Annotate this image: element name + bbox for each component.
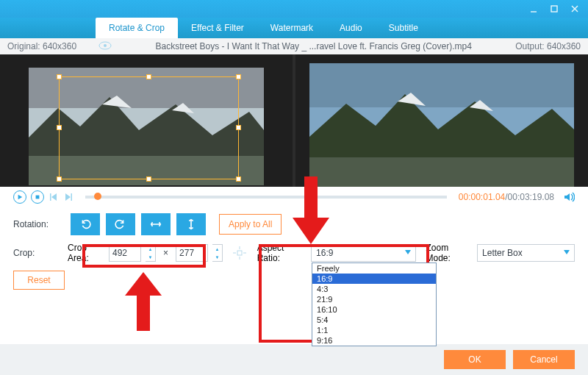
tab-effect-filter[interactable]: Effect & Filter xyxy=(178,18,257,38)
rotate-left-button[interactable] xyxy=(71,213,100,235)
chevron-down-icon xyxy=(405,250,411,254)
svg-rect-17 xyxy=(309,157,574,187)
original-size-label: Original: 640x360 xyxy=(7,41,76,51)
reset-button[interactable]: Reset xyxy=(13,271,65,290)
info-bar: Original: 640x360 Backstreet Boys - I Wa… xyxy=(0,38,588,54)
crop-handle-tm[interactable] xyxy=(146,74,151,79)
svg-rect-25 xyxy=(237,251,242,255)
title-bar xyxy=(0,0,588,18)
output-preview xyxy=(295,54,588,187)
crop-handle-br[interactable] xyxy=(236,176,241,182)
chevron-up-icon[interactable]: ▲ xyxy=(146,245,155,253)
svg-rect-1 xyxy=(551,6,557,12)
chevron-down-icon[interactable]: ▼ xyxy=(212,253,222,261)
prev-frame-button[interactable] xyxy=(49,192,59,202)
ok-button[interactable]: OK xyxy=(444,350,506,369)
aspect-option-5-4[interactable]: 5:4 xyxy=(312,315,436,325)
crop-rectangle[interactable] xyxy=(59,76,239,179)
svg-rect-19 xyxy=(36,196,40,199)
rotation-row: Rotation: Apply to All xyxy=(13,213,575,235)
flip-vertical-button[interactable] xyxy=(176,213,206,235)
svg-point-5 xyxy=(104,44,107,47)
aspect-option-freely[interactable]: Freely xyxy=(312,263,436,274)
aspect-option-4-3[interactable]: 4:3 xyxy=(312,284,436,294)
chevron-up-icon[interactable]: ▲ xyxy=(212,245,222,253)
play-bar: 00:00:01.04/00:03:19.08 xyxy=(0,187,588,207)
crop-row: Crop: Crop Area: ▲▼ × ▲▼ Aspect Ratio: 1… xyxy=(13,243,575,263)
chevron-down-icon[interactable]: ▼ xyxy=(146,253,155,261)
tab-watermark[interactable]: Watermark xyxy=(257,18,326,38)
svg-rect-21 xyxy=(50,193,51,201)
aspect-option-9-16[interactable]: 9:16 xyxy=(312,335,436,346)
chevron-down-icon xyxy=(564,250,570,254)
zoom-mode-group: Zoom Mode: Letter Box xyxy=(426,243,576,263)
times-icon: × xyxy=(163,248,168,258)
file-title: Backstreet Boys - I Want It That Way _ .… xyxy=(112,41,515,51)
svg-marker-20 xyxy=(51,193,57,201)
cancel-button[interactable]: Cancel xyxy=(513,350,575,369)
crop-handle-mr[interactable] xyxy=(236,125,241,130)
preview-area xyxy=(0,54,588,187)
aspect-ratio-value: 16:9 xyxy=(316,248,333,258)
volume-icon[interactable] xyxy=(563,191,575,203)
flip-horizontal-button[interactable] xyxy=(141,213,171,235)
editor-tabs: Rotate & Crop Effect & Filter Watermark … xyxy=(0,18,588,38)
reset-row: Reset xyxy=(13,271,575,290)
zoom-mode-select[interactable]: Letter Box xyxy=(477,244,575,262)
crop-width-input[interactable] xyxy=(109,244,141,262)
time-total: 00:03:19.08 xyxy=(508,192,554,202)
close-button[interactable] xyxy=(566,2,584,15)
seek-knob[interactable] xyxy=(94,193,101,200)
svg-marker-24 xyxy=(564,193,570,201)
controls-panel: Rotation: Apply to All Crop: Crop Area: … xyxy=(0,207,588,290)
maximize-button[interactable] xyxy=(545,2,563,15)
crop-handle-tr[interactable] xyxy=(236,74,241,79)
dialog-footer: OK Cancel xyxy=(0,344,588,375)
aspect-ratio-dropdown[interactable]: Freely 16:9 4:3 21:9 16:10 5:4 1:1 9:16 xyxy=(312,262,437,346)
zoom-mode-value: Letter Box xyxy=(482,248,523,258)
crop-height-spinner[interactable]: ▲▼ xyxy=(212,244,223,262)
crop-handle-tl[interactable] xyxy=(57,74,62,79)
crop-handle-ml[interactable] xyxy=(57,125,62,130)
next-frame-button[interactable] xyxy=(63,192,74,202)
output-size-label: Output: 640x360 xyxy=(515,41,581,51)
svg-marker-18 xyxy=(18,195,23,199)
crop-width-spinner[interactable]: ▲▼ xyxy=(146,244,156,262)
seek-slider[interactable] xyxy=(85,196,447,199)
crop-area-group: Crop Area: ▲▼ × ▲▼ xyxy=(68,243,223,263)
tab-rotate-crop[interactable]: Rotate & Crop xyxy=(96,18,178,38)
crop-handle-bl[interactable] xyxy=(57,176,62,182)
rotate-right-button[interactable] xyxy=(106,213,135,235)
play-button[interactable] xyxy=(13,190,26,204)
tab-audio[interactable]: Audio xyxy=(326,18,376,38)
svg-rect-13 xyxy=(309,63,574,107)
crop-height-input[interactable] xyxy=(176,244,208,262)
time-current: 00:00:01.04 xyxy=(459,192,505,202)
time-display: 00:00:01.04/00:03:19.08 xyxy=(459,192,554,202)
original-preview[interactable] xyxy=(0,54,293,187)
stop-button[interactable] xyxy=(31,190,44,204)
aspect-option-16-10[interactable]: 16:10 xyxy=(312,304,436,315)
svg-marker-22 xyxy=(65,193,71,201)
apply-to-all-button[interactable]: Apply to All xyxy=(219,214,282,235)
crop-handle-bm[interactable] xyxy=(146,176,151,182)
aspect-option-16-9[interactable]: 16:9 xyxy=(312,274,436,284)
aspect-ratio-group: Aspect Ratio: 16:9 Freely 16:9 4:3 21:9 … xyxy=(257,243,416,263)
svg-rect-33 xyxy=(137,294,150,331)
zoom-mode-label: Zoom Mode: xyxy=(426,243,473,263)
aspect-ratio-label: Aspect Ratio: xyxy=(257,243,306,263)
rotation-label: Rotation: xyxy=(13,219,71,229)
crop-label: Crop: xyxy=(13,248,68,258)
aspect-option-1-1[interactable]: 1:1 xyxy=(312,325,436,335)
center-crop-button[interactable] xyxy=(230,244,250,262)
crop-area-label: Crop Area: xyxy=(68,243,104,263)
tab-subtitle[interactable]: Subtitle xyxy=(376,18,431,38)
aspect-ratio-select[interactable]: 16:9 Freely 16:9 4:3 21:9 16:10 5:4 1:1 … xyxy=(311,244,415,262)
aspect-option-21-9[interactable]: 21:9 xyxy=(312,294,436,304)
minimize-button[interactable] xyxy=(525,2,542,15)
preview-eye-icon[interactable] xyxy=(98,41,112,52)
svg-rect-23 xyxy=(71,193,73,201)
